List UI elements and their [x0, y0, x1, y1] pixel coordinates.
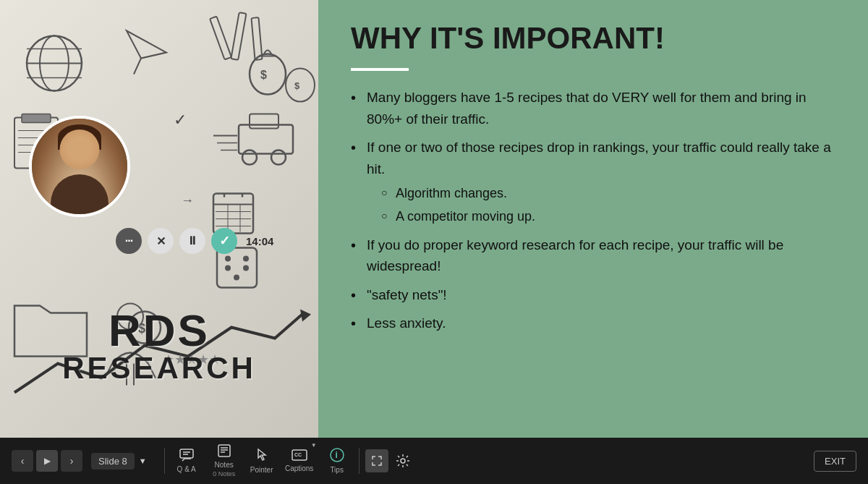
svg-point-66	[401, 459, 405, 463]
qa-icon	[179, 449, 194, 464]
expand-button[interactable]	[365, 449, 388, 472]
exit-button[interactable]: EXIT	[814, 451, 856, 472]
tips-label: Tips	[330, 466, 344, 474]
sub-item-2: A competitor moving up.	[381, 207, 835, 227]
slide-label[interactable]: Slide 8	[91, 453, 135, 470]
captions-dropdown-icon: ▼	[311, 442, 317, 449]
svg-rect-9	[231, 12, 246, 60]
title-underline	[351, 68, 409, 71]
notes-icon	[218, 444, 231, 459]
svg-line-6	[134, 59, 141, 75]
svg-point-13	[242, 150, 257, 165]
svg-point-21	[286, 69, 315, 102]
pointer-label: Pointer	[250, 466, 273, 474]
tips-icon: i	[330, 448, 344, 464]
presenter-video	[32, 119, 127, 214]
notes-tool[interactable]: Notes 0 Notes	[205, 441, 243, 481]
time-display: 14:04	[246, 235, 273, 247]
prev-button[interactable]: ‹	[12, 450, 33, 472]
captions-label: Captions	[285, 464, 313, 472]
bullet-item-2: If one or two of those recipes drop in r…	[351, 137, 835, 227]
divider-2	[359, 448, 359, 474]
svg-point-41	[243, 266, 249, 271]
left-panel: $ $	[0, 0, 318, 438]
play-button[interactable]: ▶	[36, 450, 58, 472]
svg-point-42	[234, 275, 239, 281]
more-options-button[interactable]: ···	[116, 228, 142, 254]
slide-indicator: Slide 8 ▼	[91, 453, 147, 470]
svg-point-14	[271, 150, 286, 165]
confirm-button[interactable]: ✓	[211, 228, 237, 254]
notes-label: Notes	[215, 461, 234, 469]
qa-tool[interactable]: Q & A	[168, 441, 205, 481]
close-button[interactable]: ✕	[148, 228, 174, 254]
bullet-item-4: "safety nets"!	[351, 284, 835, 305]
svg-text:→: →	[181, 193, 194, 208]
bottom-toolbar: ‹ ▶ › Slide 8 ▼ Q & A	[0, 438, 868, 484]
bullet-item-1: Many bloggers have 1-5 recipes that do V…	[351, 87, 835, 130]
sub-list: Algorithm changes. A competitor moving u…	[381, 184, 835, 227]
qa-label: Q & A	[177, 465, 196, 473]
svg-rect-58	[218, 445, 230, 457]
settings-button[interactable]	[391, 449, 414, 472]
expand-icon	[372, 456, 382, 466]
person-body	[51, 174, 109, 214]
gear-icon	[396, 454, 410, 468]
next-button[interactable]: ›	[61, 450, 82, 472]
svg-text:i: i	[335, 450, 337, 460]
bullet-item-5: Less anxiety.	[351, 313, 835, 334]
notes-count: 0 Notes	[213, 470, 235, 477]
slide-content-panel: WHY IT'S IMPORANT! Many bloggers have 1-…	[318, 0, 868, 438]
captions-tool[interactable]: CC Captions ▼	[281, 441, 318, 481]
tips-tool[interactable]: i Tips	[318, 441, 356, 481]
svg-text:✓: ✓	[174, 111, 187, 129]
bullet-item-3: If you do proper keyword research for ea…	[351, 234, 835, 277]
svg-rect-12	[250, 114, 278, 129]
slide-dropdown-arrow[interactable]: ▼	[139, 457, 147, 465]
svg-rect-55	[180, 449, 193, 458]
pointer-icon	[255, 448, 268, 464]
divider-1	[164, 448, 165, 474]
video-controls: ··· ✕ ⏸ ✓ 14:04	[116, 228, 273, 254]
svg-text:CC: CC	[294, 452, 302, 457]
nav-section: ‹ ▶ ›	[12, 450, 82, 472]
captions-icon: CC	[292, 449, 307, 463]
sub-item-1: Algorithm changes.	[381, 184, 835, 204]
slide-background: $ $	[0, 0, 318, 438]
svg-text:$: $	[294, 80, 300, 91]
svg-text:$: $	[260, 69, 267, 81]
person-head	[60, 130, 100, 169]
pointer-tool[interactable]: Pointer	[243, 441, 281, 481]
svg-point-40	[225, 266, 231, 271]
video-circle	[29, 116, 130, 217]
svg-point-18	[250, 54, 286, 95]
svg-line-7	[141, 53, 166, 59]
svg-point-39	[243, 256, 249, 262]
slide-title: WHY IT'S IMPORANT!	[351, 22, 835, 55]
svg-point-38	[225, 256, 231, 262]
svg-rect-10	[251, 17, 262, 60]
pause-button[interactable]: ⏸	[179, 228, 205, 254]
bullet-list: Many bloggers have 1-5 recipes that do V…	[351, 87, 835, 341]
svg-rect-8	[210, 17, 231, 60]
